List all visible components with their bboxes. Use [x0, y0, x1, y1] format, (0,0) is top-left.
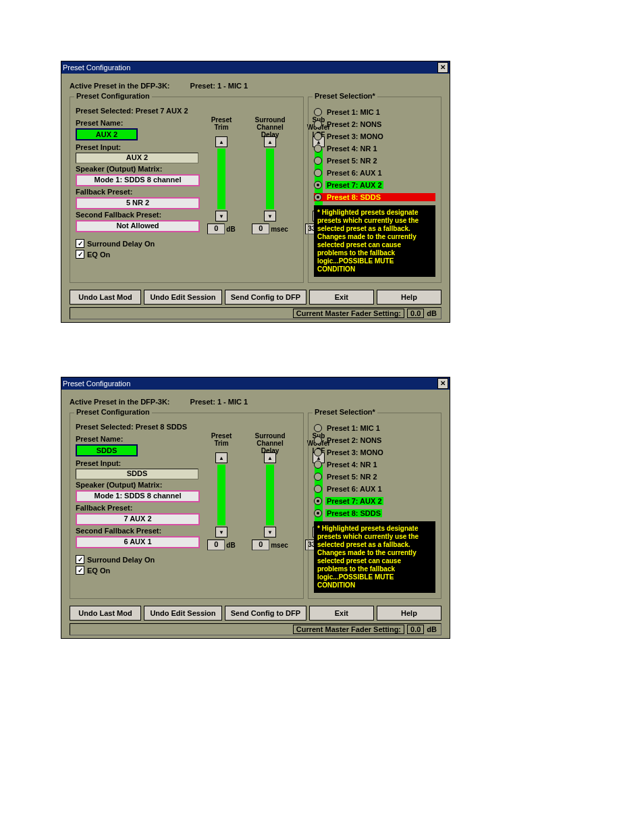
preset-radio-5[interactable]: Preset 5: NR 2 — [314, 473, 435, 481]
delay-value[interactable]: 0 — [252, 540, 269, 550]
preset-name-field[interactable]: SDDS — [76, 444, 138, 456]
surround-delay-checkbox[interactable]: ✓Surround Delay On — [76, 555, 200, 564]
undo-edit-session-button[interactable]: Undo Edit Session — [144, 290, 222, 305]
preset-radio-4[interactable]: Preset 4: NR 1 — [314, 461, 435, 469]
trim-slider-label: Preset Trim — [211, 432, 232, 452]
radio-icon — [314, 509, 322, 517]
radio-icon — [314, 157, 322, 165]
preset-radio-6[interactable]: Preset 6: AUX 1 — [314, 169, 435, 177]
active-preset-label: Active Preset in the DFP-3K: — [70, 398, 170, 406]
arrow-down-icon[interactable]: ▼ — [215, 211, 227, 221]
preset-radio-label: Preset 7: AUX 2 — [325, 181, 383, 189]
arrow-up-icon[interactable]: ▲ — [215, 452, 227, 463]
arrow-up-icon[interactable]: ▲ — [264, 136, 276, 147]
radio-icon — [314, 461, 322, 469]
preset-configuration-group: Preset ConfigurationPreset Selected: Pre… — [70, 97, 304, 283]
preset-radio-2[interactable]: Preset 2: NONS — [314, 436, 435, 444]
preset-radio-label: Preset 8: SDDS — [325, 193, 382, 201]
preset-name-label: Preset Name: — [76, 435, 200, 443]
eq-on-checkbox[interactable]: ✓EQ On — [76, 250, 200, 259]
speaker-matrix-field[interactable]: Mode 1: SDDS 8 channel — [76, 490, 200, 502]
titlebar: Preset Configuration✕ — [61, 377, 450, 390]
close-icon[interactable]: ✕ — [437, 62, 448, 73]
preset-radio-3[interactable]: Preset 3: MONO — [314, 132, 435, 140]
preset-radio-label: Preset 1: MIC 1 — [325, 108, 381, 116]
preset-config-window: Preset Configuration✕Active Preset in th… — [61, 377, 450, 639]
preset-radio-label: Preset 2: NONS — [325, 120, 383, 128]
trim-unit: dB — [226, 542, 235, 549]
close-icon[interactable]: ✕ — [437, 378, 448, 389]
preset-name-label: Preset Name: — [76, 119, 200, 127]
second-fallback-field[interactable]: 6 AUX 1 — [76, 536, 200, 548]
group-legend: Preset Selection* — [313, 92, 377, 100]
checkmark-icon: ✓ — [76, 566, 84, 575]
fallback-warning-note: * Highlighted presets designate presets … — [314, 205, 435, 277]
trim-slider: Preset Trim▲▼0dB — [205, 432, 238, 550]
delay-track[interactable] — [266, 149, 274, 209]
preset-radio-3[interactable]: Preset 3: MONO — [314, 448, 435, 456]
preset-radio-6[interactable]: Preset 6: AUX 1 — [314, 485, 435, 493]
preset-input-label: Preset Input: — [76, 459, 200, 467]
second-fallback-field[interactable]: Not Allowed — [76, 220, 200, 232]
trim-value[interactable]: 0 — [207, 224, 225, 234]
exit-button[interactable]: Exit — [309, 606, 374, 621]
undo-last-mod-button[interactable]: Undo Last Mod — [70, 290, 141, 305]
preset-radio-2[interactable]: Preset 2: NONS — [314, 120, 435, 128]
fallback-preset-field[interactable]: 7 AUX 2 — [76, 513, 200, 525]
arrow-up-icon[interactable]: ▲ — [264, 452, 276, 463]
delay-track[interactable] — [266, 465, 274, 525]
preset-radio-5[interactable]: Preset 5: NR 2 — [314, 157, 435, 165]
delay-value[interactable]: 0 — [252, 224, 269, 234]
active-preset-label: Active Preset in the DFP-3K: — [70, 82, 170, 90]
window-title: Preset Configuration — [63, 379, 130, 388]
trim-value[interactable]: 0 — [207, 540, 225, 550]
surround-delay-checkbox[interactable]: ✓Surround Delay On — [76, 239, 200, 248]
speaker-matrix-field[interactable]: Mode 1: SDDS 8 channel — [76, 174, 200, 186]
arrow-up-icon[interactable]: ▲ — [215, 136, 227, 147]
help-button[interactable]: Help — [377, 290, 441, 305]
trim-track[interactable] — [217, 465, 225, 525]
preset-radio-7[interactable]: Preset 7: AUX 2 — [314, 181, 435, 189]
fallback-preset-field[interactable]: 5 NR 2 — [76, 197, 200, 209]
preset-radio-label: Preset 1: MIC 1 — [325, 424, 381, 432]
preset-radio-label: Preset 2: NONS — [325, 436, 383, 444]
radio-icon — [314, 436, 322, 444]
send-config-button[interactable]: Send Config to DFP — [225, 606, 306, 621]
exit-button[interactable]: Exit — [309, 290, 374, 305]
active-preset-value: Preset: 1 - MIC 1 — [190, 82, 248, 90]
trim-track[interactable] — [217, 149, 225, 209]
trim-slider: Preset Trim▲▼0dB — [205, 116, 238, 234]
eq-on-checkbox[interactable]: ✓EQ On — [76, 566, 200, 575]
fallback-warning-note: * Highlighted presets designate presets … — [314, 521, 435, 593]
master-fader-value: 0.0 — [407, 309, 424, 318]
group-legend: Preset Selection* — [313, 408, 377, 416]
preset-radio-8[interactable]: Preset 8: SDDS — [314, 509, 435, 517]
preset-radio-1[interactable]: Preset 1: MIC 1 — [314, 424, 435, 432]
send-config-button[interactable]: Send Config to DFP — [225, 290, 306, 305]
preset-radio-4[interactable]: Preset 4: NR 1 — [314, 145, 435, 153]
preset-input-field[interactable]: SDDS — [76, 469, 198, 479]
active-preset-value: Preset: 1 - MIC 1 — [190, 398, 248, 406]
arrow-down-icon[interactable]: ▼ — [264, 211, 276, 221]
delay-unit: msec — [271, 226, 288, 233]
active-preset-row: Active Preset in the DFP-3K:Preset: 1 - … — [70, 82, 441, 90]
master-fader-label: Current Master Fader Setting: — [293, 309, 404, 318]
preset-radio-label: Preset 4: NR 1 — [325, 145, 379, 153]
preset-radio-1[interactable]: Preset 1: MIC 1 — [314, 108, 435, 116]
arrow-down-icon[interactable]: ▼ — [264, 527, 276, 537]
preset-configuration-group: Preset ConfigurationPreset Selected: Pre… — [70, 413, 304, 599]
preset-name-field[interactable]: AUX 2 — [76, 128, 138, 140]
delay-slider-label: Surround Channel Delay — [255, 432, 286, 452]
preset-input-field[interactable]: AUX 2 — [76, 153, 198, 163]
checkmark-icon: ✓ — [76, 250, 84, 259]
undo-last-mod-button[interactable]: Undo Last Mod — [70, 606, 141, 621]
preset-selection-group: Preset Selection*Preset 1: MIC 1Preset 2… — [308, 97, 441, 283]
delay-unit: msec — [271, 542, 288, 549]
help-button[interactable]: Help — [377, 606, 441, 621]
preset-radio-label: Preset 7: AUX 2 — [325, 497, 383, 505]
preset-radio-7[interactable]: Preset 7: AUX 2 — [314, 497, 435, 505]
arrow-down-icon[interactable]: ▼ — [215, 527, 227, 537]
undo-edit-session-button[interactable]: Undo Edit Session — [144, 606, 222, 621]
preset-radio-8[interactable]: Preset 8: SDDS — [314, 193, 435, 201]
second-fallback-label: Second Fallback Preset: — [76, 527, 200, 535]
